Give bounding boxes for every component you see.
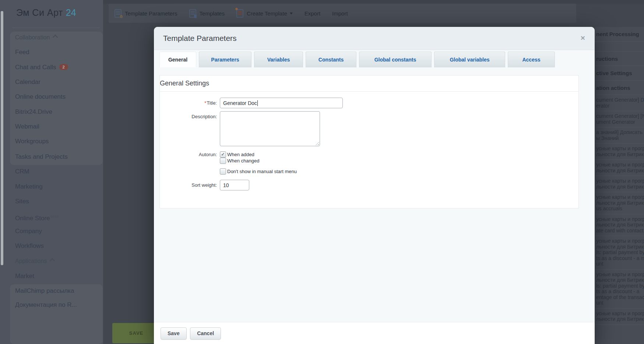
- scrollbar-track[interactable]: [1, 11, 3, 265]
- panel-text-line: cument Generator] [NE: [596, 113, 643, 119]
- panel-action-item[interactable]: cument Generator] [NEument Generator: [595, 111, 644, 127]
- create-template-icon: [236, 9, 243, 18]
- autorun-checkbox-when-added[interactable]: [220, 151, 226, 158]
- manual-start-checkbox[interactable]: [220, 168, 226, 175]
- panel-text-line: усные карты и прогр: [596, 162, 643, 168]
- panel-action-item[interactable]: усные карты и прогрльности для Битрикс: [595, 160, 644, 176]
- panel-action-item[interactable]: усные карты и прогрльности для Битриксat…: [595, 214, 644, 236]
- tab-variables[interactable]: Variables: [254, 52, 303, 67]
- background-save-button[interactable]: SAVE: [112, 323, 160, 343]
- sidebar-item-workflows[interactable]: Workflows: [15, 242, 44, 250]
- sidebar-divider: [12, 28, 100, 28]
- sidebar-item-feed[interactable]: Feed: [15, 48, 29, 56]
- panel-text-line: льности для Битрикс: [596, 277, 643, 283]
- tab-global-constants[interactable]: Global constants: [359, 52, 432, 67]
- toolbar-import[interactable]: Import: [332, 10, 348, 17]
- description-label: Description:: [160, 111, 217, 119]
- tab-global-variables[interactable]: Global variables: [434, 52, 505, 67]
- sidebar-item-bitrix24-drive[interactable]: Bitrix24.Drive: [15, 108, 52, 116]
- sidebar-item-webmail[interactable]: Webmail: [15, 123, 39, 131]
- panel-section-header: ation actions: [595, 81, 644, 95]
- panel-action-item[interactable]: усные карты и прогрльности для Битрикс: [595, 176, 644, 192]
- sidebar-item-label: Feed: [15, 49, 29, 56]
- tab-constants[interactable]: Constants: [306, 52, 356, 67]
- panel-action-item[interactable]: усные карты и прогрльности для Битрикс: [595, 309, 644, 325]
- toolbar-item-label: Template Parameters: [125, 10, 177, 17]
- panel-text-line: льности для Битрикс: [596, 152, 643, 158]
- sidebar-item-sites[interactable]: Sites: [15, 197, 29, 206]
- sidebar-item-label: Market: [15, 273, 34, 280]
- tab-general[interactable]: General: [159, 52, 196, 67]
- panel-section-header: nent Processing: [595, 27, 644, 42]
- save-button[interactable]: Save: [161, 327, 187, 340]
- panel-blank-row: [595, 42, 644, 52]
- sidebar-item-collaboration[interactable]: Collaboration: [15, 34, 57, 42]
- sidebar-item-label: Collaboration: [15, 34, 50, 41]
- form-section-title: General Settings: [160, 76, 578, 92]
- panel-action-item[interactable]: усные карты и прогрльности для Битрикс: [595, 144, 644, 160]
- panel-action-item[interactable]: а знаний] Дописать вы Знаний: [595, 127, 644, 144]
- sidebar-item-label: Marketing: [15, 183, 43, 190]
- tab-access[interactable]: Access: [508, 52, 555, 67]
- panel-action-item[interactable]: усные карты и прогрльности для Битриксls…: [595, 270, 644, 309]
- sidebar-item-crm[interactable]: CRM: [15, 168, 29, 176]
- sidebar-item-label: Applications: [15, 258, 47, 264]
- panel-action-item[interactable]: усные карты и прогрльности для Битриксus…: [595, 192, 644, 214]
- sidebar-item-applications[interactable]: Applications: [15, 257, 54, 265]
- panel-text-line: льности для Битрикс: [596, 222, 643, 228]
- panel-text-line: unt: [596, 261, 643, 267]
- toolbar-templates[interactable]: Templates: [189, 9, 225, 18]
- panel-action-item[interactable]: cument Generator] Doerator: [595, 95, 644, 111]
- panel-text-line: ls: partial payment by: [596, 283, 643, 289]
- close-icon[interactable]: ×: [581, 33, 585, 43]
- sidebar-item-r[interactable]: Документация по R...: [15, 301, 77, 309]
- sidebar-item-label: Company: [15, 228, 42, 235]
- sidebar-item-calendar[interactable]: Calendar: [15, 78, 41, 86]
- autorun-options: When addedWhen changed: [220, 151, 259, 164]
- panel-text-line: льности для Битрикс: [596, 316, 643, 322]
- logo-title: Эм Си Арт: [16, 7, 63, 18]
- sidebar-item-chat-and-calls[interactable]: Chat and Calls2: [15, 63, 68, 71]
- tab-parameters[interactable]: Parameters: [199, 52, 251, 67]
- toolbar-item-label: Create Template: [247, 10, 287, 17]
- templates-icon: [189, 9, 196, 18]
- toolbar-create-template[interactable]: Create Template: [236, 9, 293, 18]
- sidebar-item-company[interactable]: Company: [15, 227, 42, 235]
- toolbar-export[interactable]: Export: [305, 10, 320, 17]
- panel-text-line: усные карты и прогр: [596, 194, 643, 200]
- sidebar-item-market[interactable]: Market: [15, 272, 34, 280]
- panel-text-line: усные карты и прогр: [596, 146, 643, 152]
- panel-text-line: nent Processing: [596, 31, 643, 37]
- sidebar-item-label: Bitrix24.Drive: [15, 108, 52, 115]
- cancel-button[interactable]: Cancel: [190, 327, 221, 340]
- sidebar-item-label: Tasks and Projects: [15, 153, 68, 160]
- sort-weight-input[interactable]: 10: [220, 180, 249, 190]
- panel-text-line: ts as a discount - a: [596, 289, 643, 295]
- panel-text-line: ructions: [596, 56, 643, 62]
- sidebar-item-label: CRM: [15, 168, 29, 175]
- sidebar-item-label: Workgroups: [15, 138, 49, 145]
- panel-text-line: ts as a discount - a m: [596, 256, 643, 261]
- toolbar-item-label: Import: [332, 10, 348, 17]
- sidebar-item-workgroups[interactable]: Workgroups: [15, 137, 49, 145]
- resize-grip-icon[interactable]: [315, 141, 319, 145]
- panel-text-line: ation actions: [596, 85, 643, 91]
- panel-action-item[interactable]: усные карты и прогрльности для Битриксls…: [595, 236, 644, 270]
- panel-text-line: льности для Битрикс: [596, 244, 643, 250]
- text-cursor: [257, 100, 258, 106]
- sidebar-item-label: Online documents: [15, 93, 66, 100]
- title-input[interactable]: Generator Doc: [220, 98, 343, 108]
- sidebar-item-online-documents[interactable]: Online documents: [15, 93, 66, 101]
- autorun-checkbox-when-changed[interactable]: [220, 158, 226, 164]
- panel-text-line: усные карты и прогр: [596, 178, 643, 184]
- sidebar-item-mailchimp[interactable]: MailChimp рассылка: [15, 287, 74, 295]
- sidebar-item-tasks-and-projects[interactable]: Tasks and Projects: [15, 153, 68, 161]
- checkbox-label: When added: [227, 152, 254, 157]
- manual-start-label: Don't show in manual start menu: [227, 169, 297, 174]
- sidebar-item-label: MailChimp рассылка: [15, 287, 74, 294]
- description-textarea[interactable]: [220, 111, 320, 146]
- workflow-toolbar: Template ParametersTemplatesCreate Templ…: [109, 4, 576, 23]
- sidebar-item-online-store[interactable]: Online Storebeta: [15, 212, 59, 220]
- toolbar-template-parameters[interactable]: Template Parameters: [115, 9, 177, 18]
- sidebar-item-marketing[interactable]: Marketing: [15, 183, 43, 191]
